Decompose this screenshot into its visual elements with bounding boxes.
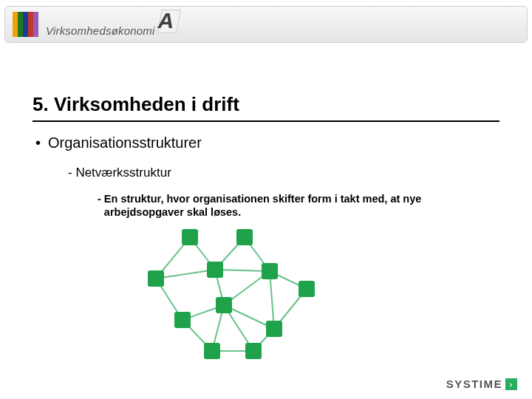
diagram-node (245, 343, 262, 359)
brand-word: Virksomhedsøkonomi (46, 24, 155, 37)
publisher-name: SYSTIME (446, 378, 502, 390)
brand-stripe (18, 12, 23, 37)
network-diagram (130, 223, 352, 371)
diagram-node (299, 281, 315, 297)
diagram-node (207, 262, 223, 278)
brand-stripes (13, 12, 38, 37)
brand-logo: Virksomhedsøkonomi A (46, 13, 183, 37)
bullet-level-2-text: Netværksstruktur (75, 166, 171, 180)
diagram-edge (215, 270, 270, 271)
diagram-node (148, 270, 164, 287)
bullet-level-3-dash: - (98, 192, 101, 219)
slide-title: 5. Virksomheden i drift (33, 93, 499, 122)
diagram-edge (270, 271, 274, 329)
brand-stripe (13, 12, 18, 37)
diagram-node (236, 229, 253, 245)
diagram-node (182, 229, 198, 245)
brand-level-badge: A (158, 13, 183, 35)
brand-stripe (28, 12, 33, 37)
brand-stripe (23, 12, 28, 37)
diagram-edge (156, 270, 215, 279)
brand-level: A (158, 8, 174, 33)
diagram-node (174, 312, 191, 328)
bullet-level-3-text: En struktur, hvor organisationen skifter… (104, 192, 491, 219)
diagram-node (204, 343, 220, 359)
slide: Virksomhedsøkonomi A 5. Virksomheden i d… (0, 0, 532, 399)
bullet-level-3: - En struktur, hvor organisationen skift… (98, 192, 491, 219)
chevron-right-icon: › (505, 378, 517, 390)
network-svg (130, 223, 352, 371)
diagram-node (266, 321, 282, 337)
diagram-node (216, 297, 232, 313)
header-bar: Virksomhedsøkonomi A (4, 6, 528, 43)
bullet-level-2-prefix: - (68, 166, 75, 180)
diagram-node (262, 263, 278, 279)
bullet-level-2: - Netværksstruktur (68, 166, 171, 180)
bullet-level-1: Organisationsstrukturer (35, 134, 202, 151)
publisher-logo: SYSTIME › (446, 378, 517, 390)
brand-stripe (33, 12, 38, 37)
